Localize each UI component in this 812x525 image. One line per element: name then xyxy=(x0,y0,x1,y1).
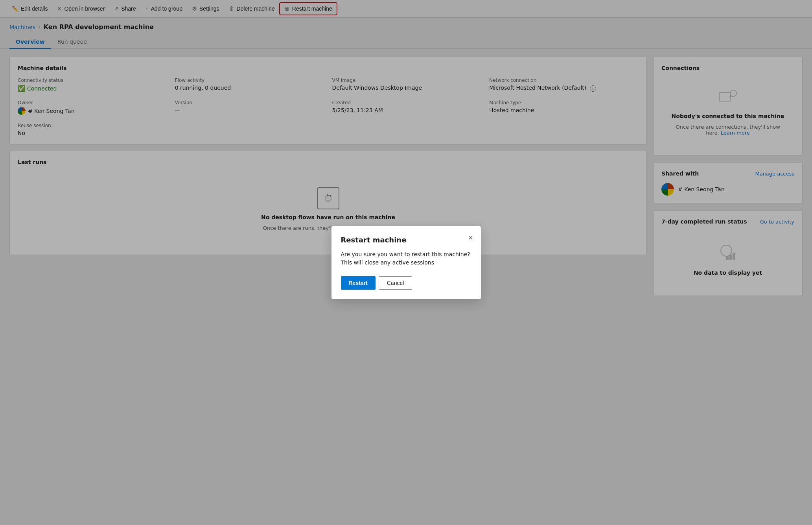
modal-title: Restart machine xyxy=(341,236,471,244)
modal-actions: Restart Cancel xyxy=(341,276,471,290)
restart-machine-modal: Restart machine ✕ Are you sure you want … xyxy=(331,226,481,299)
modal-body: Are you sure you want to restart this ma… xyxy=(341,250,471,267)
modal-close-button[interactable]: ✕ xyxy=(466,233,475,243)
modal-cancel-button[interactable]: Cancel xyxy=(379,276,412,290)
modal-restart-button[interactable]: Restart xyxy=(341,276,376,290)
modal-overlay: Restart machine ✕ Are you sure you want … xyxy=(0,0,812,304)
